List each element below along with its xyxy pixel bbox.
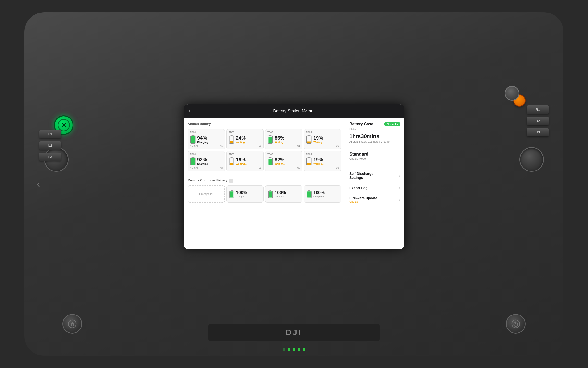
power-button[interactable] [506, 314, 526, 334]
battery-status: Waiting... [313, 163, 324, 165]
menu-export-log[interactable]: Export Log › [349, 183, 400, 193]
home-button[interactable] [62, 314, 82, 334]
charge-mode-value: Standard [349, 152, 400, 157]
normal-badge[interactable]: Normal › [384, 122, 400, 126]
right-panel: Battery Case Normal › BS65 1hrs30mins Ai… [345, 118, 404, 249]
divider-2 [349, 166, 400, 166]
chevron-icon-3: › [399, 197, 400, 202]
chevron-icon-2: › [399, 186, 400, 190]
scroll-wheel[interactable] [505, 86, 519, 101]
rc-pct: 100% [313, 190, 325, 195]
battery-model: TB60 [190, 153, 196, 156]
rc-battery-grid: Empty Slot 100% Complete [188, 185, 341, 203]
self-discharge-label: Self-DischargeSettings [349, 172, 373, 180]
battery-slot: D1 [336, 145, 339, 147]
svg-rect-11 [307, 142, 311, 143]
svg-rect-8 [268, 137, 272, 143]
battery-status: Waiting... [313, 141, 324, 144]
r3-button[interactable]: R3 [527, 128, 549, 136]
battery-status: Waiting... [275, 163, 285, 165]
battery-pct: 92% [197, 157, 208, 163]
battery-cell: TB65 82% Waiting... C2 [265, 151, 302, 171]
battery-cell: TB65 19% Waiting... B2 [226, 151, 264, 171]
screen-container: ‹ Battery Station Mgmt Aircraft Battery … [184, 104, 404, 249]
dot-1 [283, 348, 285, 351]
screen: ‹ Battery Station Mgmt Aircraft Battery … [184, 104, 404, 249]
dji-logo: DJI [208, 324, 380, 341]
svg-rect-17 [230, 163, 233, 165]
rc-status: Complete [275, 195, 286, 198]
battery-status: Waiting... [236, 163, 247, 165]
divider-1 [349, 149, 400, 149]
battery-pct: 82% [275, 157, 285, 163]
l1-button[interactable]: L1 [39, 130, 61, 138]
rc-pct: 100% [236, 190, 247, 195]
r1-button[interactable]: R1 [527, 105, 549, 114]
rc-status: Complete [236, 195, 247, 198]
svg-rect-5 [230, 141, 233, 143]
battery-slot: B1 [259, 145, 261, 147]
battery-pct: 24% [236, 135, 247, 141]
battery-slot: B2 [259, 167, 261, 169]
battery-cell: TB60 92% Charging < 5 mins A2 [188, 151, 225, 171]
svg-rect-20 [268, 159, 272, 165]
estimated-time: 1hrs30mins [349, 133, 400, 140]
charge-mode-block: Standard Charge Mode [349, 152, 400, 160]
dot-4 [298, 348, 300, 351]
battery-status: Charging [197, 141, 208, 144]
dji-text: DJI [286, 328, 302, 337]
battery-time: < 5 mins [190, 167, 198, 169]
dot-5 [303, 348, 305, 351]
right-buttons: R1 R2 R3 [527, 105, 549, 136]
rc-cell: 100% Complete [265, 185, 302, 203]
battery-slot: A2 [220, 167, 223, 169]
svg-rect-14 [191, 158, 195, 165]
l2-button[interactable]: L2 [39, 141, 61, 150]
r2-button[interactable]: R2 [527, 117, 549, 125]
x-icon: ✕ [61, 121, 67, 129]
battery-status: Waiting... [236, 141, 247, 144]
battery-cell: TB65 19% Waiting... D1 [304, 129, 341, 149]
export-log-label: Export Log [349, 186, 399, 190]
battery-pct: 19% [313, 135, 324, 141]
battery-model: TB65 [267, 153, 273, 156]
rc-cell: 100% Complete [226, 185, 264, 203]
estimated-time-block: 1hrs30mins Aircraft Battery Estimated Ch… [349, 133, 400, 143]
battery-model: TB65 [229, 153, 234, 156]
aircraft-battery-grid: TB60 94% Charging < 5 mins A1 TB65 [188, 129, 341, 171]
nav-arrow-left[interactable]: ‹ [37, 179, 40, 190]
section-divider [188, 175, 341, 175]
battery-pct: 19% [236, 157, 247, 163]
battery-case-subtitle: BS65 [349, 127, 400, 130]
battery-model: TB60 [190, 131, 196, 134]
rc-status: Complete [313, 195, 325, 198]
dot-3 [293, 348, 295, 351]
l3-button[interactable]: L3 [39, 153, 61, 161]
estimated-label: Aircraft Battery Estimated Charge [349, 140, 400, 143]
battery-pct: 94% [197, 135, 208, 141]
battery-model: TB65 [229, 131, 234, 134]
svg-rect-29 [269, 191, 272, 197]
left-panel: Aircraft Battery TB60 94% Charging < 5 m… [184, 118, 345, 249]
battery-slot: D2 [336, 167, 339, 169]
dot-2 [288, 348, 290, 351]
rc-cell: 100% Complete [304, 185, 341, 203]
right-joystick[interactable] [519, 147, 544, 172]
svg-rect-32 [307, 191, 311, 197]
chevron-icon-1: › [399, 173, 400, 178]
battery-cell: TB65 24% Waiting... B1 [226, 129, 264, 149]
battery-slot: C2 [297, 167, 300, 169]
back-button[interactable]: ‹ [189, 108, 190, 114]
battery-model: TB65 [306, 153, 312, 156]
rc-pct: 100% [275, 190, 286, 195]
battery-pct: 19% [313, 157, 324, 163]
battery-cell: TB65 86% Waiting... C1 [265, 129, 302, 149]
menu-firmware-update[interactable]: Firmware Update Update › [349, 193, 400, 206]
screen-header: ‹ Battery Station Mgmt [184, 104, 404, 118]
firmware-update-status: Update [349, 200, 377, 203]
menu-self-discharge[interactable]: Self-DischargeSettings › [349, 169, 400, 183]
battery-slot: A1 [220, 145, 223, 147]
empty-slot-label: Empty Slot [199, 192, 213, 196]
svg-rect-2 [191, 136, 195, 143]
left-buttons: L1 L2 L3 [39, 130, 61, 161]
